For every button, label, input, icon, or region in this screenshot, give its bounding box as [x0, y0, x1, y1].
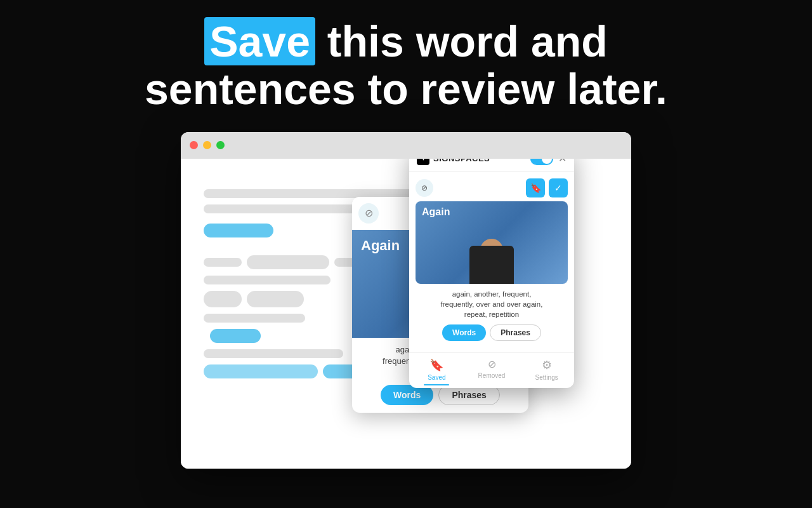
- phrases-button[interactable]: Phrases: [438, 385, 499, 405]
- ext-nav-saved[interactable]: 🔖 Saved: [409, 358, 464, 385]
- dot-red[interactable]: [190, 141, 198, 149]
- saved-icon: 🔖: [429, 358, 443, 372]
- ext-bottom-nav: 🔖 Saved ⊘ Removed ⚙ Settings: [409, 352, 574, 388]
- saved-label: Saved: [428, 374, 445, 381]
- toggle-knob: [542, 159, 552, 164]
- dot-yellow[interactable]: [203, 141, 211, 149]
- saved-underline: [424, 384, 449, 385]
- extension-panel: ✦ SIGNSPACES ✕ ⊘: [409, 159, 574, 388]
- ext-content: ⊘ 🔖 ✓ Again again, another, frequent: [409, 172, 574, 352]
- main-area: ⊘ 🔖 ✓ Again: [0, 126, 812, 469]
- ext-save-button[interactable]: 🔖: [526, 178, 545, 197]
- header-line1-rest: this word and: [315, 17, 608, 65]
- ext-logo-icon: ✦: [417, 159, 429, 165]
- settings-label: Settings: [535, 374, 558, 381]
- dot-green[interactable]: [216, 141, 225, 149]
- ext-buttons: Words Phrases: [416, 324, 568, 341]
- ext-check-button[interactable]: ✓: [549, 178, 568, 197]
- ext-header: ✦ SIGNSPACES ✕: [409, 159, 574, 172]
- words-button[interactable]: Words: [381, 385, 433, 405]
- ext-nav-settings[interactable]: ⚙ Settings: [519, 358, 574, 385]
- ext-description: again, another, frequent,frequently, ove…: [416, 289, 568, 319]
- highlight-save: Save: [204, 17, 315, 65]
- close-button[interactable]: ✕: [558, 159, 566, 164]
- ext-dismiss-icon[interactable]: ⊘: [416, 179, 433, 197]
- tooltip-buttons: Words Phrases: [352, 385, 528, 413]
- ext-person-body: [469, 246, 514, 284]
- ext-word-label: Again: [422, 206, 450, 218]
- ext-video: Again: [416, 201, 568, 284]
- browser-content: ⊘ 🔖 ✓ Again: [181, 159, 631, 469]
- browser-window: ⊘ 🔖 ✓ Again: [181, 132, 631, 469]
- ext-brand-name: SIGNSPACES: [433, 159, 490, 164]
- header-line2: sentences to review later.: [0, 65, 812, 113]
- ext-logo: ✦ SIGNSPACES: [417, 159, 490, 165]
- removed-icon: ⊘: [488, 358, 496, 370]
- ext-nav-removed[interactable]: ⊘ Removed: [464, 358, 520, 385]
- header-area: Save this word and sentences to review l…: [0, 0, 812, 113]
- settings-icon: ⚙: [542, 358, 552, 372]
- ext-action-btns: 🔖 ✓: [526, 178, 568, 197]
- tooltip-dismiss-icon[interactable]: ⊘: [358, 203, 379, 224]
- browser-titlebar: [181, 132, 631, 159]
- header-line1: Save this word and: [0, 18, 812, 65]
- toggle-switch[interactable]: [530, 159, 553, 165]
- ext-words-button[interactable]: Words: [442, 324, 486, 341]
- ext-toggle-area: ✕: [530, 159, 566, 165]
- removed-label: Removed: [478, 372, 506, 379]
- tooltip-word-label: Again: [361, 237, 400, 254]
- ext-phrases-button[interactable]: Phrases: [490, 324, 541, 341]
